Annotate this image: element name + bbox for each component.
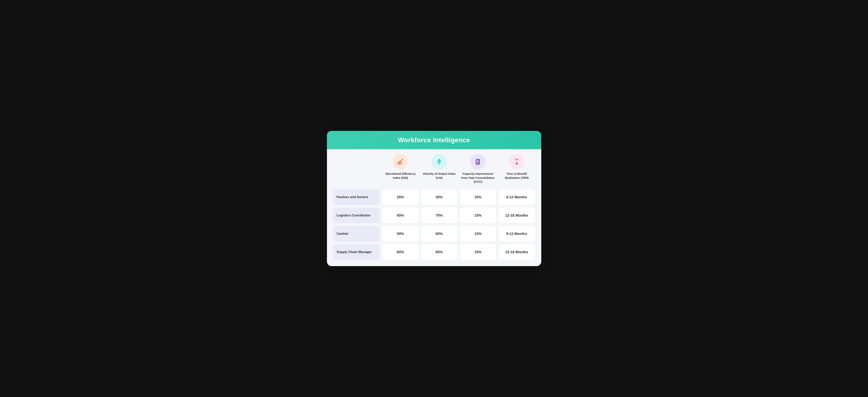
cashier-oei: 50% [382,226,419,242]
row-label-supply-chain: Supply Chain Manager [333,244,380,260]
packers-oei: 25% [382,189,419,205]
table-row: Packers and Sorters 25% 30% 10% 6-12 Mon… [333,189,535,205]
data-rows: Packers and Sorters 25% 30% 10% 6-12 Mon… [333,189,535,260]
col-header-voi: Velocity of Output Index (VOI) [421,154,458,184]
svg-rect-8 [475,159,479,165]
svg-rect-9 [476,160,479,161]
table-row: Supply Chain Manager 60% 65% 15% 12-18 M… [333,244,535,260]
svg-rect-1 [399,162,400,164]
row-label-packers: Packers and Sorters [333,189,380,205]
citc-label: Capacity Improvement from Task Consolida… [460,172,496,184]
svg-rect-12 [515,159,518,160]
packers-tbr: 6-12 Months [499,189,535,205]
supply-chain-voi: 65% [421,244,458,260]
logistics-voi: 70% [421,208,458,223]
card-header: Workforce Intelligence [327,131,541,149]
supply-chain-citc: 15% [460,244,496,260]
cashier-voi: 60% [421,226,458,242]
packers-citc: 10% [460,189,496,205]
logistics-tbr: 12-18 Months [499,208,535,223]
table-wrapper: Operational Efficiency Index (OEI) Veloc… [327,149,541,266]
col-header-oei: Operational Efficiency Index (OEI) [382,154,419,184]
voi-label: Velocity of Output Index (VOI) [421,172,458,180]
logistics-citc: 15% [460,208,496,223]
oei-icon-circle [393,154,408,170]
hourglass-icon [513,158,521,165]
tbr-label: Time to Benefit Realization (TBR) [499,172,535,180]
svg-rect-2 [401,161,402,164]
supply-chain-oei: 60% [382,244,419,260]
cashier-citc: 12% [460,226,496,242]
column-headers: Operational Efficiency Index (OEI) Veloc… [333,154,535,186]
svg-rect-13 [515,164,518,164]
card-title: Workforce Intelligence [398,136,470,144]
row-label-cashier: Cashier [333,226,380,242]
svg-rect-11 [476,162,478,163]
table-row: Logistics Coordinator 65% 70% 15% 12-18 … [333,208,535,223]
chart-icon [397,158,404,165]
document-icon [474,158,482,165]
table-row: Cashier 50% 60% 12% 9-12 Months [333,226,535,242]
tbr-icon-circle [509,154,525,170]
workforce-intelligence-card: Workforce Intelligence Operational Effic… [327,131,541,266]
voi-icon-circle [431,154,447,170]
svg-point-3 [439,161,440,162]
packers-voi: 30% [421,189,458,205]
logistics-oei: 65% [382,208,419,223]
supply-chain-tbr: 12-18 Months [499,244,535,260]
row-label-logistics: Logistics Coordinator [333,208,380,223]
svg-rect-10 [476,161,479,162]
col-header-citc: Capacity Improvement from Task Consolida… [460,154,496,184]
col-header-tbr: Time to Benefit Realization (TBR) [499,154,535,184]
oei-label: Operational Efficiency Index (OEI) [382,172,419,180]
citc-icon-circle [470,154,486,170]
svg-rect-0 [398,163,398,164]
rocket-icon [435,158,443,165]
cashier-tbr: 9-12 Months [499,226,535,242]
col-header-empty [333,154,380,184]
